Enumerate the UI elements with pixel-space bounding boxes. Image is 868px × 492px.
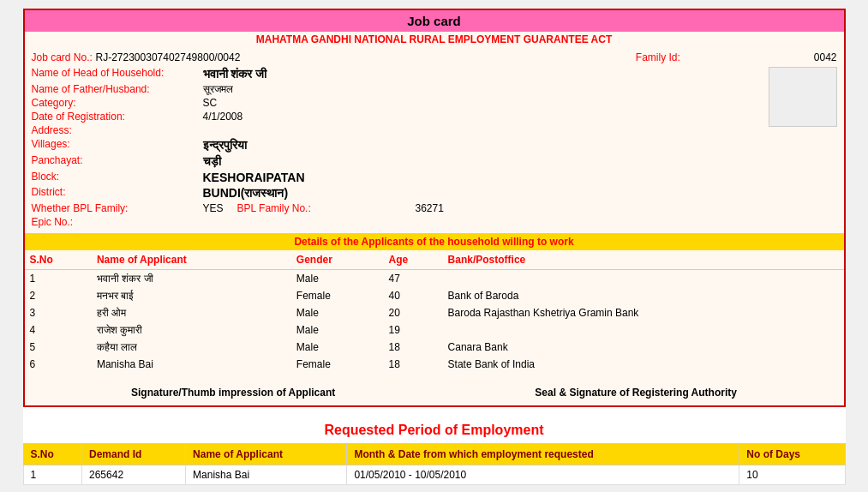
father-row: Name of Father/Husband: सूरजमल [32, 83, 760, 95]
panchayat-row: Panchayat: चड़ी [32, 154, 760, 169]
job-card-title: Job card [25, 10, 844, 32]
epic-label: Epic No.: [32, 216, 203, 228]
applicants-table: S.No Name of Applicant Gender Age Bank/P… [25, 250, 844, 373]
bpl-row: Whether BPL Family: YES BPL Family No.: … [32, 202, 760, 214]
page-container: Job card MAHATMA GANDHI NATIONAL RURAL E… [23, 9, 846, 485]
category-row: Category: SC [32, 97, 760, 109]
emp-col-month: Month & Date from which employment reque… [347, 444, 739, 465]
job-card-no-value: RJ-272300307402749800/0042 [96, 51, 241, 63]
emp-col-demand: Demand Id [82, 444, 186, 465]
villages-row: Villages: इन्द्रपुरिया [32, 138, 760, 153]
district-row: District: BUNDI(राजस्थान) [32, 186, 760, 201]
table-row: 1265642Manisha Bai01/05/2010 - 10/05/201… [23, 465, 845, 485]
district-label: District: [32, 186, 203, 198]
job-card-no-row: Job card No.: RJ-272300307402749800/0042 [32, 51, 241, 63]
panchayat-label: Panchayat: [32, 154, 203, 166]
villages-label: Villages: [32, 138, 203, 150]
family-id-container: Family Id: 0042 [636, 51, 837, 63]
block-label: Block: [32, 171, 203, 183]
emp-col-sno: S.No [23, 444, 82, 465]
bpl-label: Whether BPL Family: [32, 202, 203, 214]
block-value: KESHORAIPATAN [203, 171, 305, 184]
details-header: Details of the Applicants of the househo… [25, 233, 844, 250]
father-label: Name of Father/Husband: [32, 83, 203, 95]
job-card-left: Name of Head of Household: भवानी शंकर जी… [32, 67, 760, 230]
father-value: सूरजमल [203, 83, 233, 95]
col-bank: Bank/Postoffice [443, 250, 844, 270]
col-name: Name of Applicant [92, 250, 291, 270]
job-card-body: Name of Head of Household: भवानी शंकर जी… [25, 63, 844, 233]
district-value: BUNDI(राजस्थान) [203, 186, 289, 201]
date-label: Date of Registration: [32, 111, 203, 123]
col-gender: Gender [291, 250, 384, 270]
emp-col-days: No of Days [739, 444, 845, 465]
emp-col-name: Name of Applicant [186, 444, 347, 465]
epic-row: Epic No.: [32, 216, 760, 228]
villages-value: इन्द्रपुरिया [203, 138, 247, 153]
family-id-label: Family Id: [636, 51, 807, 63]
date-row: Date of Registration: 4/1/2008 [32, 111, 760, 123]
employment-title: Requested Period of Employment [23, 417, 846, 443]
address-label: Address: [32, 124, 203, 136]
employment-section: Requested Period of Employment S.No Dema… [23, 417, 846, 485]
category-label: Category: [32, 97, 203, 109]
signature-row: Signature/Thumb impression of Applicant … [25, 373, 844, 405]
photo-placeholder [769, 67, 837, 127]
date-value: 4/1/2008 [203, 111, 243, 123]
family-id-value: 0042 [814, 51, 837, 63]
table-row: 6Manisha BaiFemale18State Bank of India [25, 356, 844, 373]
block-row: Block: KESHORAIPATAN [32, 171, 760, 184]
table-row: 2मनभर बाईFemale40Bank of Baroda [25, 287, 844, 304]
category-value: SC [203, 97, 218, 109]
table-row: 4राजेश कुमारीMale19 [25, 321, 844, 339]
job-card-subtitle: MAHATMA GANDHI NATIONAL RURAL EMPLOYMENT… [25, 32, 844, 47]
bpl-value: YES [203, 202, 224, 214]
signature-left: Signature/Thumb impression of Applicant [131, 387, 335, 399]
table-row: 3हरी ओमMale20Baroda Rajasthan Kshetriya … [25, 304, 844, 321]
job-card: Job card MAHATMA GANDHI NATIONAL RURAL E… [23, 9, 846, 407]
job-card-no-label: Job card No.: [32, 51, 93, 63]
col-sno: S.No [25, 250, 92, 270]
head-household-row: Name of Head of Household: भवानी शंकर जी [32, 67, 760, 81]
address-row: Address: [32, 124, 760, 136]
bpl-no-label: BPL Family No.: [237, 202, 409, 214]
employment-table: S.No Demand Id Name of Applicant Month &… [23, 443, 846, 485]
col-age: Age [384, 250, 443, 270]
signature-right: Seal & Signature of Registering Authorit… [535, 387, 737, 399]
panchayat-value: चड़ी [203, 154, 221, 169]
head-household-label: Name of Head of Household: [32, 67, 203, 79]
head-household-value: भवानी शंकर जी [203, 67, 267, 81]
table-row: 1भवानी शंकर जीMale47 [25, 270, 844, 288]
bpl-no-value: 36271 [416, 202, 444, 214]
table-row: 5कहैया लालMale18Canara Bank [25, 339, 844, 356]
